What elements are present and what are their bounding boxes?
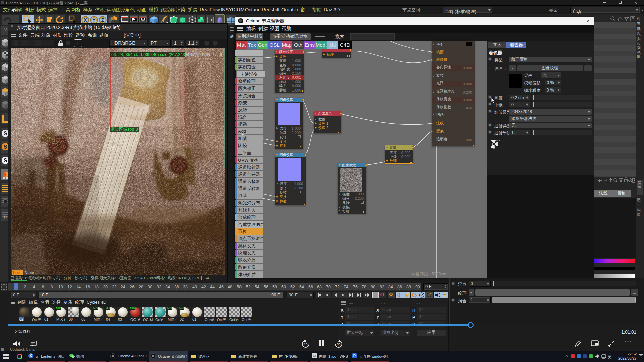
svg-text:56: 56: [264, 285, 268, 289]
svg-text:28: 28: [139, 285, 143, 289]
svg-text:M:%110 PAN:-17,-6: M:%110 PAN:-17,-6: [185, 52, 222, 57]
svg-text:66: 66: [308, 285, 313, 289]
svg-text:82: 82: [380, 285, 384, 289]
svg-text:22: 22: [112, 285, 117, 289]
svg-text:off:-24,-354 start:(399,40) si: off:-24,-354 start:(399,40) size:(267,24…: [111, 52, 186, 57]
svg-text:S: S: [4, 131, 7, 136]
svg-text:16: 16: [85, 285, 90, 289]
svg-text:62: 62: [290, 285, 295, 289]
svg-text:60: 60: [281, 285, 286, 289]
svg-text:S: S: [4, 144, 7, 150]
svg-text:48: 48: [228, 285, 232, 289]
svg-text:36: 36: [174, 285, 179, 289]
svg-text:68: 68: [317, 285, 322, 289]
svg-text:HELP: HELP: [495, 139, 500, 141]
svg-text:Prim: Prim: [13, 270, 20, 275]
svg-text:Noise: Noise: [25, 270, 34, 275]
svg-text:40: 40: [192, 285, 197, 289]
svg-text:80: 80: [371, 285, 375, 289]
svg-text:6: 6: [42, 285, 44, 289]
svg-text:4: 4: [33, 285, 35, 289]
svg-text:42: 42: [201, 285, 206, 289]
svg-text:24: 24: [121, 285, 125, 289]
svg-text:32: 32: [157, 285, 161, 289]
svg-text:54: 54: [255, 285, 259, 289]
svg-text:84: 84: [388, 285, 393, 289]
svg-text:86: 86: [397, 285, 402, 289]
svg-text:26: 26: [130, 285, 135, 289]
svg-text:46: 46: [219, 285, 224, 289]
svg-text:14: 14: [76, 285, 81, 289]
svg-text:(): (): [4, 214, 7, 219]
svg-text:78: 78: [362, 285, 366, 289]
svg-text:8: 8: [51, 285, 53, 289]
svg-text:88: 88: [406, 285, 411, 289]
svg-text:30: 30: [148, 285, 152, 289]
svg-text:2: 2: [24, 285, 26, 289]
svg-text:38: 38: [183, 285, 188, 289]
svg-text:44: 44: [210, 285, 215, 289]
svg-text:S: S: [4, 158, 7, 163]
svg-text:20: 20: [103, 285, 108, 289]
svg-text:52: 52: [246, 285, 251, 289]
svg-text:10: 10: [304, 342, 308, 346]
svg-text:X: X: [84, 17, 87, 23]
svg-text:18: 18: [94, 285, 99, 289]
svg-text:76: 76: [353, 285, 358, 289]
svg-text:34: 34: [165, 285, 170, 289]
svg-text:30: 30: [337, 342, 341, 346]
svg-text:64: 64: [299, 285, 304, 289]
svg-text:72: 72: [335, 285, 340, 289]
svg-text:50: 50: [237, 285, 241, 289]
svg-text:74: 74: [344, 285, 348, 289]
svg-text:58: 58: [272, 285, 277, 289]
svg-text:Z: Z: [101, 17, 104, 23]
svg-text:90: 90: [415, 285, 420, 289]
svg-text:Y: Y: [92, 17, 96, 23]
svg-text:70: 70: [326, 285, 331, 289]
svg-text:P: P: [420, 293, 423, 297]
svg-text:12: 12: [67, 285, 72, 289]
svg-text:10: 10: [58, 285, 63, 289]
svg-text:渲染区域spp:8: 渲染区域spp:8: [111, 127, 138, 132]
